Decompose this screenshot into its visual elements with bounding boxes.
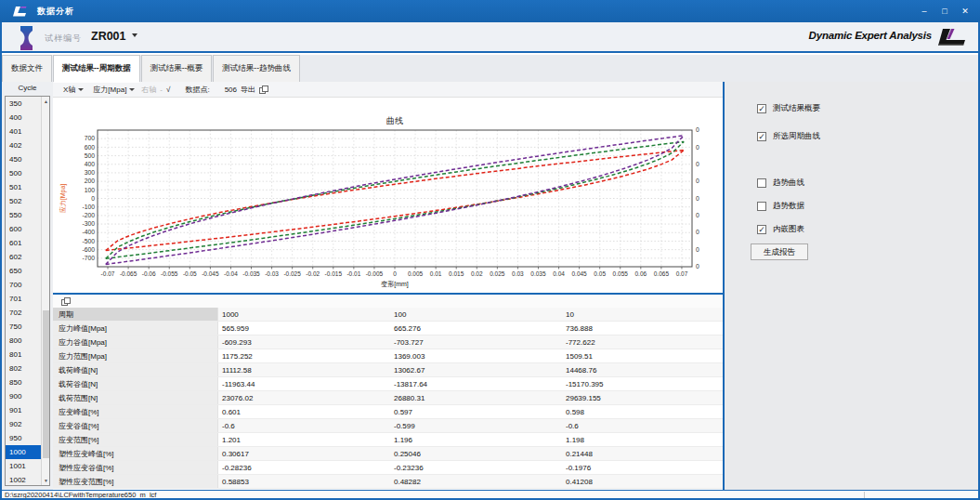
generate-report-button[interactable]: 生成报告 — [751, 243, 808, 260]
cell-value: -0.28236 — [218, 461, 390, 474]
checkbox-row[interactable]: ✓所选周期曲线 — [757, 131, 820, 142]
cell-value: 0.48282 — [390, 475, 562, 488]
cell-value: 0.25046 — [390, 447, 562, 460]
row-label: 塑性应变峰值[%] — [53, 447, 218, 460]
cell-value: 0.30617 — [218, 447, 390, 460]
x-axis-dropdown[interactable]: X轴 — [60, 84, 86, 96]
tab-2[interactable]: 测试结果--概要 — [141, 55, 213, 82]
scroll-down-icon[interactable]: ▼ — [42, 476, 50, 485]
checkbox-unchecked-icon[interactable] — [757, 178, 766, 188]
chevron-down-icon[interactable] — [132, 33, 137, 37]
x-tick-label: 0.025 — [490, 270, 505, 277]
x-tick-label: 0.07 — [676, 270, 688, 277]
copy-table-icon[interactable] — [61, 297, 71, 306]
cell-value: 100 — [390, 308, 562, 321]
right-axis-tick-label: 0 — [696, 246, 699, 253]
scroll-up-icon[interactable]: ▲ — [42, 97, 50, 106]
x-tick-label: 0.015 — [449, 270, 464, 277]
x-tick-label: 0.04 — [553, 270, 565, 277]
checkbox-checked-icon[interactable]: ✓ — [757, 104, 766, 113]
cell-value: 1.196 — [390, 433, 562, 446]
status-bar: D:\szrg20200414\LCFwithTemperature650_m_… — [0, 490, 980, 498]
checkbox-checked-icon[interactable]: ✓ — [757, 225, 766, 234]
checkbox-row[interactable]: 趋势数据 — [757, 201, 804, 212]
axis-check[interactable]: √ — [166, 86, 170, 94]
table-row: 应变范围[%]1.2011.1961.198 — [53, 433, 723, 447]
x-tick-label: 0.055 — [613, 270, 629, 277]
checkbox-row[interactable]: ✓测试结果概要 — [757, 103, 820, 114]
row-label: 载荷范围[N] — [53, 391, 218, 404]
tab-0[interactable]: 数据文件 — [2, 55, 52, 82]
brand-logo-icon — [935, 26, 969, 48]
y-tick-label: 300 — [85, 169, 96, 176]
cell-value: 13062.67 — [390, 363, 562, 376]
tab-3[interactable]: 测试结果--趋势曲线 — [213, 55, 300, 82]
x-tick-label: 0.01 — [430, 270, 442, 277]
row-label: 应力范围[Mpa] — [53, 349, 218, 362]
right-axis-tick-label: 0 — [696, 229, 699, 235]
titlebar: 数据分析 – □ ✕ — [0, 0, 980, 22]
tab-bar: 数据文件测试结果--周期数据测试结果--概要测试结果--趋势曲线 — [0, 55, 980, 82]
main-content: X轴 应力[Mpa] 右轴 - √ 数据点: 506 导出 曲线70060050… — [53, 82, 723, 490]
cell-value: 1000 — [218, 308, 390, 321]
row-label: 应变峰值[%] — [53, 405, 218, 418]
cycle-list-scrollbar[interactable]: ▲ ▼ — [41, 97, 49, 485]
cell-value: 0.58853 — [218, 475, 390, 488]
series-dropdown[interactable]: 应力[Mpa] — [90, 84, 137, 96]
cycle-listbox[interactable]: 3504004014024505005015025506006016026507… — [5, 96, 50, 486]
checkbox-row[interactable]: 趋势曲线 — [757, 178, 804, 189]
checkbox-checked-icon[interactable]: ✓ — [757, 132, 766, 141]
y-tick-label: 0 — [91, 195, 95, 202]
checkbox-row[interactable]: ✓内嵌图表 — [757, 224, 804, 235]
app-window: 数据分析 – □ ✕ 试样编号 ZR001 Dynamic Expert Ana… — [0, 0, 980, 500]
chart-title: 曲线 — [386, 116, 403, 125]
minimize-button[interactable]: – — [917, 5, 932, 19]
table-row: 应力谷值[Mpa]-609.293-703.727-772.622 — [53, 336, 723, 349]
scrollbar-thumb[interactable] — [43, 310, 49, 458]
cell-value: 1.201 — [218, 433, 390, 446]
hysteresis-chart: 曲线7006005004003002001000-100-200-300-400… — [53, 98, 723, 293]
chevron-down-icon — [78, 88, 84, 91]
sample-number-dropdown[interactable]: ZR001 — [91, 30, 126, 43]
x-tick-label: 0.06 — [634, 270, 647, 277]
checkbox-unchecked-icon[interactable] — [757, 202, 766, 211]
cell-value: 26880.31 — [390, 391, 562, 404]
results-table[interactable]: 周期100010010应力峰值[Mpa]565.959665.276736.88… — [53, 308, 723, 490]
x-tick-label: 0 — [393, 270, 397, 277]
row-label: 周期 — [53, 308, 218, 321]
cell-value: 0.21448 — [562, 447, 723, 460]
cell-value: -0.23236 — [390, 461, 562, 474]
cell-value: 0.597 — [390, 405, 562, 418]
table-row: 塑性应变谷值[%]-0.28236-0.23236-0.1976 — [53, 461, 723, 475]
checkbox-label: 趋势数据 — [773, 201, 804, 212]
app-title: 数据分析 — [37, 6, 74, 18]
export-button[interactable]: 导出 — [241, 85, 255, 95]
sample-number-label: 试样编号 — [45, 33, 82, 45]
x-tick-label: -0.02 — [306, 270, 320, 277]
right-axis-tick-label: 0 — [696, 161, 699, 167]
x-tick-label: -0.01 — [346, 270, 360, 277]
y-tick-label: -100 — [82, 204, 95, 210]
row-label: 塑性应变范围[%] — [53, 475, 218, 488]
maximize-button[interactable]: □ — [937, 5, 952, 19]
y-tick-label: 400 — [85, 161, 96, 167]
window-frame — [0, 22, 2, 500]
y-tick-label: -200 — [82, 212, 95, 218]
x-tick-label: -0.055 — [161, 270, 178, 277]
export-window-icon[interactable] — [259, 86, 268, 94]
y-tick-label: 200 — [85, 178, 96, 184]
cell-value: 10 — [562, 308, 723, 321]
chevron-down-icon — [129, 88, 135, 91]
y-tick-label: -300 — [82, 220, 95, 227]
row-label: 载荷谷值[N] — [53, 377, 218, 390]
statusbar-separator — [864, 492, 865, 498]
tab-1[interactable]: 测试结果--周期数据 — [53, 55, 140, 82]
app-logo-icon — [11, 4, 28, 20]
table-row: 载荷谷值[N]-11963.44-13817.64-15170.395 — [53, 377, 723, 391]
x-tick-label: 0.035 — [530, 270, 546, 277]
close-button[interactable]: ✕ — [958, 5, 973, 19]
x-tick-label: -0.07 — [101, 270, 115, 277]
right-axis-tick-label: 0 — [696, 144, 699, 151]
x-tick-label: 0.05 — [594, 270, 606, 277]
row-label: 应力谷值[Mpa] — [53, 336, 218, 349]
